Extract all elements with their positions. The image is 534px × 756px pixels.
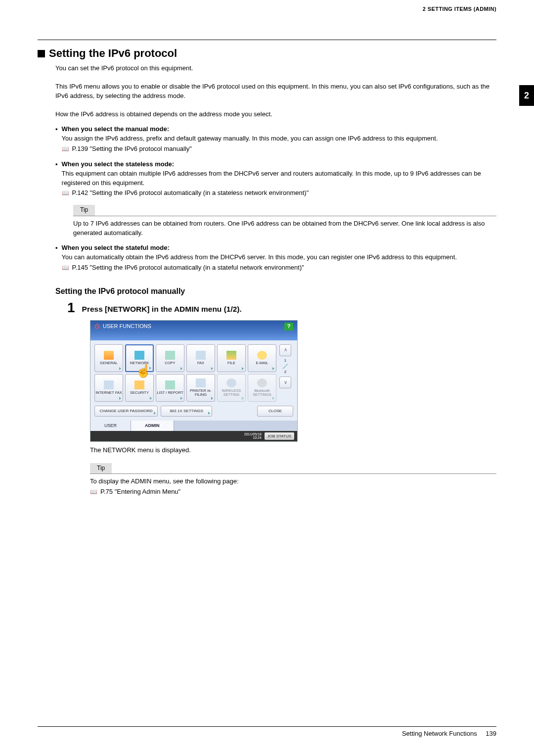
device-screenshot: ⏻ USER FUNCTIONS ? GENERAL NETWORK COPY … — [90, 320, 298, 442]
footer-section-name: Setting Network Functions — [402, 730, 477, 737]
book-icon: 📖 — [62, 189, 69, 197]
step-number: 1 — [67, 301, 75, 315]
chapter-tab: 2 — [519, 85, 534, 106]
intro-para-3: How the IPv6 address is obtained depends… — [55, 110, 496, 119]
body-block: You can set the IPv6 protocol on this eq… — [38, 64, 496, 497]
device-title-text: USER FUNCTIONS — [103, 323, 151, 331]
status-timestamp: 2011/05/18 10:24 — [244, 432, 262, 440]
bullet-list: • When you select the stateful mode: You… — [55, 243, 496, 273]
network-icon — [134, 351, 144, 360]
general-icon — [104, 351, 114, 360]
email-icon — [257, 351, 267, 360]
internet-fax-icon — [104, 380, 114, 389]
book-icon: 📖 — [62, 264, 69, 272]
general-button[interactable]: GENERAL — [94, 344, 123, 372]
tip-label: Tip — [73, 205, 95, 215]
file-icon — [226, 351, 236, 360]
bullet-content: When you select the stateless mode: This… — [62, 160, 496, 198]
square-bullet-icon — [38, 50, 45, 57]
power-icon: ⏻ — [94, 323, 100, 331]
8021x-settings-button[interactable]: 802.1X SETTINGS — [161, 406, 212, 417]
pager-page-1: 1 — [284, 358, 286, 363]
bullet-content: When you select the stateful mode: You c… — [62, 243, 496, 273]
step-instruction: Press [NETWORK] in the ADMIN menu (1/2). — [82, 301, 242, 315]
device-panel: ⏻ USER FUNCTIONS ? GENERAL NETWORK COPY … — [90, 320, 298, 442]
close-button[interactable]: CLOSE — [257, 406, 293, 417]
fax-icon — [196, 351, 206, 360]
tip-label: Tip — [90, 463, 112, 473]
bullet-item: • When you select the stateful mode: You… — [55, 243, 496, 273]
cross-ref[interactable]: 📖 P.139 "Setting the IPv6 protocol manua… — [62, 144, 496, 154]
device-tabs: USER ADMIN — [90, 421, 297, 431]
tab-user[interactable]: USER — [90, 421, 131, 431]
bullet-title: When you select the stateless mode: — [62, 160, 496, 169]
tip-text: To display the ADMIN menu, see the follo… — [90, 477, 496, 486]
tip-block: Tip Up to 7 IPv6 addresses can be obtain… — [73, 205, 496, 237]
step-row: 1 Press [NETWORK] in the ADMIN menu (1/2… — [67, 301, 496, 315]
tip-text: Up to 7 IPv6 addresses can be obtained f… — [73, 219, 496, 238]
footer-page-number: 139 — [486, 730, 496, 737]
cross-ref[interactable]: 📖 P.145 "Setting the IPv6 protocol autom… — [62, 263, 496, 273]
bullet-title: When you select the manual mode: — [62, 125, 496, 134]
wireless-button[interactable]: WIRELESS SETTING — [217, 374, 246, 402]
printer-icon — [196, 378, 206, 387]
internet-fax-button[interactable]: INTERNET FAX — [94, 374, 123, 402]
printer-efiling-button[interactable]: PRINTER /e-FILING — [186, 374, 215, 402]
page-down-button[interactable]: ∨ — [279, 377, 291, 388]
intro-para-1: You can set the IPv6 protocol on this eq… — [55, 64, 496, 73]
pager-page-2: 2 — [284, 370, 286, 375]
copy-icon — [165, 351, 175, 360]
bullet-text: You assign the IPv6 address, prefix and … — [62, 134, 496, 143]
bullet-item: • When you select the manual mode: You a… — [55, 125, 496, 154]
book-icon: 📖 — [90, 488, 97, 496]
page-up-button[interactable]: ∧ — [279, 344, 291, 356]
help-button[interactable]: ? — [284, 323, 293, 331]
email-button[interactable]: E-MAIL — [248, 344, 276, 372]
subsection-heading: Setting the IPv6 protocol manually — [55, 285, 496, 297]
copy-button[interactable]: COPY — [156, 344, 184, 372]
bullet-item: • When you select the stateless mode: Th… — [55, 160, 496, 198]
list-report-button[interactable]: LIST / REPORT — [156, 374, 184, 402]
bluetooth-icon — [257, 378, 267, 387]
wireless-icon — [226, 378, 236, 387]
cross-ref-text: P.145 "Setting the IPv6 protocol automat… — [72, 263, 304, 273]
cross-ref[interactable]: 📖 P.142 "Setting the IPv6 protocol autom… — [62, 189, 496, 198]
bullet-dot-icon: • — [55, 125, 58, 154]
section-heading: Setting the IPv6 protocol — [38, 47, 496, 60]
bullet-content: When you select the manual mode: You ass… — [62, 125, 496, 154]
bullet-title: When you select the stateful mode: — [62, 243, 496, 253]
book-icon: 📖 — [62, 145, 69, 153]
cross-ref-text: P.139 "Setting the IPv6 protocol manuall… — [72, 144, 192, 154]
cross-ref-text: P.142 "Setting the IPv6 protocol automat… — [72, 189, 309, 198]
fax-button[interactable]: FAX — [186, 344, 215, 372]
cross-ref[interactable]: 📖 P.75 "Entering Admin Menu" — [90, 487, 496, 497]
bluetooth-button[interactable]: Bluetooth SETTINGS — [248, 374, 276, 402]
tab-admin[interactable]: ADMIN — [131, 421, 174, 431]
device-blue-strip — [90, 332, 297, 340]
section-heading-text: Setting the IPv6 protocol — [49, 47, 177, 60]
list-icon — [165, 380, 175, 389]
bullet-dot-icon: • — [55, 243, 58, 273]
screenshot-caption: The NETWORK menu is displayed. — [90, 446, 496, 455]
device-wide-buttons: CHANGE USER PASSWORD 802.1X SETTINGS CLO… — [90, 404, 297, 421]
security-button[interactable]: SECURITY — [125, 374, 154, 402]
intro-para-2: This IPv6 menu allows you to enable or d… — [55, 82, 496, 101]
device-status-bar: 2011/05/18 10:24 JOB STATUS — [90, 431, 297, 442]
device-titlebar: ⏻ USER FUNCTIONS ? — [90, 321, 297, 332]
document-page: 2 SETTING ITEMS (ADMIN) 2 Setting the IP… — [0, 0, 534, 756]
pager: ∧ 1 2 ∨ — [278, 344, 292, 402]
network-button[interactable]: NETWORK — [125, 344, 154, 372]
cross-ref-text: P.75 "Entering Admin Menu" — [100, 487, 180, 497]
device-button-grid: GENERAL NETWORK COPY FAX FILE E-MAIL ∧ 1… — [90, 340, 297, 404]
job-status-button[interactable]: JOB STATUS — [265, 432, 294, 440]
change-user-password-button[interactable]: CHANGE USER PASSWORD — [94, 406, 158, 417]
bullet-list: • When you select the manual mode: You a… — [55, 125, 496, 198]
page-footer: Setting Network Functions 139 — [38, 726, 496, 737]
running-header: 2 SETTING ITEMS (ADMIN) — [423, 6, 496, 12]
top-rule — [38, 40, 496, 40]
tip-block: Tip To display the ADMIN menu, see the f… — [90, 463, 496, 497]
file-button[interactable]: FILE — [217, 344, 246, 372]
bullet-dot-icon: • — [55, 160, 58, 198]
bullet-text: This equipment can obtain multiple IPv6 … — [62, 169, 496, 188]
bullet-text: You can automatically obtain the IPv6 ad… — [62, 253, 496, 262]
